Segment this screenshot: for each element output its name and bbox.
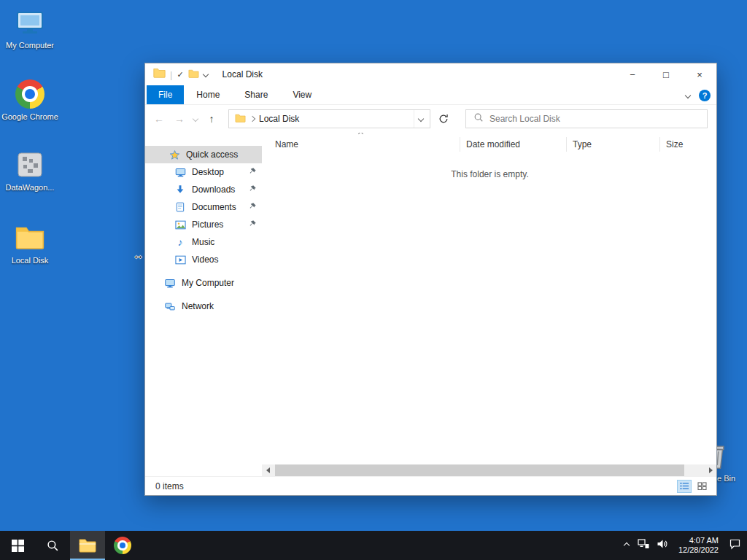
documents-file-icon [174,201,186,213]
large-icons-view-button[interactable] [694,480,709,493]
explorer-content: Quick access Desktop Downloads [145,133,716,464]
desktop-icon-label: Local Disk [1,256,58,265]
sidebar-item-label: Network [182,301,214,311]
sidebar-item-music[interactable]: ♪ Music [145,233,262,251]
scrollbar-track[interactable] [274,464,705,476]
search-icon [473,112,484,125]
pin-icon [248,167,258,176]
details-view-button[interactable] [677,480,692,493]
tab-home[interactable]: Home [184,85,232,104]
sidebar-item-network[interactable]: Network [145,298,262,315]
search-box[interactable] [465,109,708,128]
sidebar-item-desktop[interactable]: Desktop [145,163,262,181]
scroll-left-button[interactable] [262,464,274,476]
window-controls: − □ × [616,63,716,85]
column-header-name[interactable]: Name [262,137,460,152]
my-computer-icon [15,7,45,38]
desktop-icon-label: DataWagon... [1,183,58,192]
sidebar-item-label: Downloads [192,184,235,195]
sidebar-item-my-computer[interactable]: My Computer [145,274,262,292]
help-button[interactable]: ? [699,90,711,101]
tab-file[interactable]: File [147,85,184,104]
address-dropdown-button[interactable] [414,110,427,128]
folder-icon [15,222,45,253]
tab-view[interactable]: View [280,85,324,104]
qat-customize-chevron-icon[interactable] [202,71,208,77]
item-count: 0 items [155,481,184,491]
column-headers: Name Date modified Type Size [262,137,716,152]
breadcrumb-location[interactable]: Local Disk [259,114,409,124]
tab-share[interactable]: Share [232,85,280,104]
up-button[interactable]: ↑ [204,113,220,125]
refresh-button[interactable] [435,109,452,128]
column-header-date-modified[interactable]: Date modified [460,137,567,152]
close-button[interactable]: × [683,63,716,85]
window-folder-icon [153,68,166,81]
expand-ribbon-chevron-icon[interactable] [685,92,691,98]
column-header-size[interactable]: Size [660,137,716,152]
navigation-bar: ← → ↑ Local Disk [145,105,716,133]
clock-time: 4:07 AM [678,536,719,545]
taskbar-clock[interactable]: 4:07 AM 12/28/2022 [678,536,719,555]
resize-cursor: ↔ [133,249,144,261]
sort-ascending-icon [358,133,363,136]
maximize-button[interactable]: □ [649,63,683,85]
minimize-button[interactable]: − [616,63,649,85]
qat-properties-icon[interactable]: ✓ [177,70,183,79]
desktop-monitor-icon [174,166,186,178]
action-center-icon[interactable] [729,538,741,553]
back-button[interactable]: ← [151,113,167,125]
sidebar-item-label: Pictures [192,219,223,230]
column-header-type[interactable]: Type [567,137,660,152]
scrollbar-thumb[interactable] [275,464,684,476]
pin-icon [248,202,258,211]
sidebar-item-quick-access[interactable]: Quick access [145,146,262,163]
desktop-icon-datawagon[interactable]: DataWagon... [1,149,58,192]
title-bar[interactable]: | ✓ Local Disk − □ × [145,63,716,85]
sidebar-item-downloads[interactable]: Downloads [145,181,262,198]
sidebar-item-documents[interactable]: Documents [145,198,262,216]
address-bar[interactable]: Local Disk [228,109,430,128]
window-title: Local Disk [222,69,263,79]
network-icon [164,300,176,312]
desktop-icon-label: My Computer [1,41,58,50]
pin-icon [248,184,258,194]
view-toggles [677,480,709,493]
status-bar: 0 items [145,476,716,495]
forward-button[interactable]: → [171,113,187,125]
breadcrumb-chevron-icon[interactable] [249,116,255,122]
sidebar-item-label: Videos [192,254,218,265]
search-input[interactable] [489,114,701,124]
desktop-icon-google-chrome[interactable]: Google Chrome [1,79,58,122]
sidebar-item-pictures[interactable]: Pictures [145,216,262,233]
desktop-icon-local-disk[interactable]: Local Disk [1,222,58,265]
taskbar-file-explorer-button[interactable] [70,531,105,560]
volume-tray-icon[interactable] [657,539,668,552]
file-list-area: Name Date modified Type Size This folder… [262,133,716,464]
start-button[interactable] [0,531,35,560]
scroll-right-button[interactable] [705,464,716,476]
qat-new-folder-icon[interactable] [188,68,199,81]
horizontal-scrollbar[interactable] [262,464,716,476]
ribbon-tabs: File Home Share View ? [145,85,716,105]
sidebar-item-videos[interactable]: Videos [145,251,262,268]
qat-separator: | [170,69,172,80]
sidebar-item-label: My Computer [182,278,234,288]
music-note-icon: ♪ [174,236,186,248]
downloads-arrow-icon [174,184,186,195]
explorer-window: | ✓ Local Disk − □ × File Home Share Vie… [144,63,717,496]
pin-icon [248,219,258,229]
desktop-icon-my-computer[interactable]: My Computer [1,7,58,50]
videos-film-icon [174,254,186,265]
network-tray-icon[interactable] [638,539,649,552]
empty-folder-message: This folder is empty. [262,169,716,179]
taskbar-search-button[interactable] [35,531,70,560]
recent-locations-chevron-icon[interactable] [193,116,198,122]
address-folder-icon [235,112,246,125]
sidebar-item-label: Documents [192,202,236,212]
show-hidden-icons-chevron-icon[interactable] [624,542,630,548]
sidebar-item-label: Music [192,237,214,247]
taskbar-chrome-button[interactable] [105,531,140,560]
quick-access-star-icon [169,149,180,160]
ribbon-right-controls: ? [686,85,711,105]
